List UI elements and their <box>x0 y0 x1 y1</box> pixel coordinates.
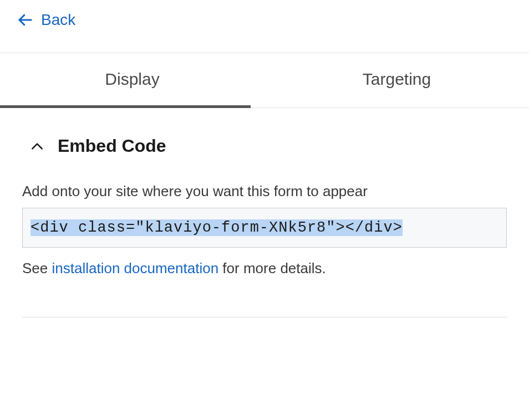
tabs: Display Targeting <box>0 53 529 108</box>
section-header-toggle[interactable]: Embed Code <box>22 136 507 156</box>
embed-code-block[interactable]: <div class="klaviyo-form-XNk5r8"></div> <box>22 208 507 248</box>
tab-label: Targeting <box>363 70 431 88</box>
embed-code-text: <div class="klaviyo-form-XNk5r8"></div> <box>30 219 403 236</box>
help-text: See installation documentation for more … <box>22 260 507 277</box>
help-prefix: See <box>22 260 52 276</box>
back-link[interactable]: Back <box>17 11 75 29</box>
arrow-left-icon <box>17 12 33 28</box>
divider <box>22 317 507 317</box>
embed-code-section: Embed Code Add onto your site where you … <box>0 108 529 317</box>
embed-description: Add onto your site where you want this f… <box>22 183 507 200</box>
help-suffix: for more details. <box>218 260 326 276</box>
section-title: Embed Code <box>58 136 166 156</box>
tab-targeting[interactable]: Targeting <box>264 53 529 107</box>
tab-label: Display <box>105 70 159 88</box>
back-label: Back <box>41 11 75 29</box>
chevron-up-icon <box>30 139 44 153</box>
installation-docs-link[interactable]: installation documentation <box>52 260 219 276</box>
header: Back <box>0 0 529 53</box>
tab-display[interactable]: Display <box>0 53 264 107</box>
